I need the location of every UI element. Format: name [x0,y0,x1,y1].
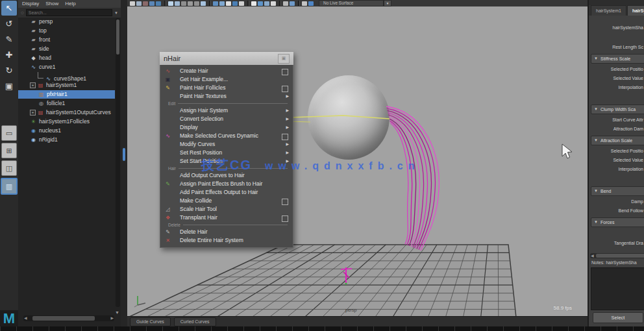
menu-item-paint-hair-follicles[interactable]: ✎Paint Hair Follicles [160,84,293,92]
collapse-triangle-icon[interactable]: ▼ [594,187,598,195]
outliner-vscrollbar[interactable] [116,18,120,307]
tab-curled-curves[interactable]: Curled Curves [174,317,216,326]
video-timeline-strip[interactable] [0,326,644,331]
head-sphere-object[interactable] [308,75,390,160]
two-pane-layout[interactable]: ◫ [1,160,17,176]
snap-to-curves-icon[interactable] [175,1,180,6]
option-box[interactable] [282,199,288,205]
outliner-item-hairSystem1[interactable]: +▤hairSystem1 [18,81,115,90]
option-box[interactable] [282,134,288,140]
scroll-thumb[interactable] [32,316,95,321]
menu-item-add-paint-effects-output-to-hair[interactable]: Add Paint Effects Output to Hair [160,188,293,197]
menu-item-add-output-curves-to-hair[interactable]: Add Output Curves to Hair [160,171,293,180]
outliner-item-persp[interactable]: ▰persp [18,18,115,26]
menu-item-create-hair[interactable]: ∿Create Hair [160,67,293,75]
redo-icon[interactable] [156,1,161,6]
scroll-right-icon[interactable]: ▶ [110,315,114,321]
hypershade-icon[interactable] [258,1,263,6]
notes-textarea[interactable] [591,267,644,310]
filter-icon[interactable]: ◌ [21,10,24,16]
chevron-down-icon[interactable]: ▼ [384,0,391,6]
ae-hscrollbar[interactable]: ◀ [590,253,644,258]
ae-section-stiffness-scale[interactable]: ▼Stiffness Scale [591,54,644,64]
menu-item-modify-curves[interactable]: Modify Curves▶ [160,140,293,149]
outliner-item-curve1[interactable]: ∿curve1 [18,63,115,71]
option-box[interactable] [282,86,288,92]
search-input[interactable] [26,9,112,16]
ae-tab-hairSystemS[interactable]: hairSystemS [627,5,644,16]
outliner-item-side[interactable]: ▰side [18,45,115,53]
four-pane-layout[interactable]: ⊞ [1,143,17,158]
single-pane-layout[interactable]: ▭ [1,125,17,141]
outliner-item-pfxHair1[interactable]: ▥pfxHair1 [18,90,115,99]
paint-effects-icon[interactable] [283,1,288,6]
toggle-icon[interactable] [290,1,295,6]
rotate-tool[interactable]: ↻ [1,63,17,78]
ae-section-attraction-scale[interactable]: ▼Attraction Scale [591,136,644,145]
outliner-item-curveShape1[interactable]: ∿curveShape1 [18,72,115,80]
snap-to-points-icon[interactable] [181,1,186,6]
live-surface-dropdown[interactable]: No Live Surface [319,0,384,6]
scroll-left-icon[interactable]: ◀ [591,253,594,258]
outliner-item-nucleus1[interactable]: ◉nucleus1 [18,127,115,135]
menu-item-set-rest-position[interactable]: Set Rest Position▶ [160,149,293,157]
render-settings-icon[interactable] [251,1,256,6]
new-scene-icon[interactable] [130,1,135,6]
output-connections-icon[interactable] [219,1,225,6]
nhair-menu-titlebar[interactable]: nHair ▣ [160,52,293,65]
menu-item-convert-selection[interactable]: Convert Selection▶ [160,115,293,123]
pane-divider[interactable] [121,0,127,326]
pane-divider-handle[interactable] [123,148,125,161]
menu-item-set-start-position[interactable]: Set Start Position▶ [160,157,293,166]
collapse-triangle-icon[interactable]: ▼ [594,218,598,227]
paint-select-tool[interactable]: ✎ [1,32,17,47]
snap-to-planes-icon[interactable] [188,1,193,6]
undo-icon[interactable] [149,1,155,6]
scroll-thumb[interactable] [116,19,119,55]
live-surface-icon[interactable] [308,1,314,6]
scale-tool[interactable]: ▣ [1,79,17,93]
menu-item-get-hair-example-[interactable]: ▣Get Hair Example... [160,75,293,84]
construction-history-icon[interactable] [226,1,231,6]
lasso-select-tool[interactable]: ↺ [1,16,17,31]
close-icon[interactable]: ▣ [278,54,290,64]
outliner-persp-layout[interactable]: ▥ [1,178,18,195]
menu-item-delete-entire-hair-system[interactable]: ✕Delete Entire Hair System [160,236,293,245]
outliner-item-hairSystem1OutputCurves[interactable]: +▤hairSystem1OutputCurves [18,108,115,117]
textured-sphere-icon[interactable] [264,1,269,6]
outliner-item-hairSystem1Follicles[interactable]: ✳hairSystem1Follicles [18,117,115,126]
menu-item-delete-hair[interactable]: ✎Delete Hair [160,228,293,236]
outliner-menu-display[interactable]: Display [22,0,39,8]
outliner-hscrollbar[interactable]: ◀ ▶ [23,315,114,321]
outliner-menu-show[interactable]: Show [45,0,58,8]
tab-guide-curves[interactable]: Guide Curves [130,317,171,326]
ae-tab-hairSystem1[interactable]: hairSystem1 [591,5,626,16]
outliner-collapse-icon[interactable]: ▼ [115,310,119,315]
menu-item-display[interactable]: Display▶ [160,123,293,132]
outliner-item-top[interactable]: ▰top [18,27,115,35]
ae-section-clump-width-sca[interactable]: ▼Clump Width Sca [591,104,644,114]
collapse-triangle-icon[interactable]: ▼ [594,55,598,63]
select-button[interactable]: Select [593,312,643,323]
select-tool[interactable]: ↖ [1,1,17,16]
diamond-outline-icon[interactable] [271,1,276,6]
scroll-thumb[interactable] [596,254,644,258]
history-icon[interactable] [201,1,206,6]
open-scene-icon[interactable] [136,1,142,6]
outliner-item-front[interactable]: ▰front [18,36,115,44]
ae-section-bend[interactable]: ▼Bend [591,186,644,196]
ae-section-forces[interactable]: ▼Forces [591,217,644,227]
menu-item-assign-paint-effects-brush-to-hair[interactable]: ✎Assign Paint Effects Brush to Hair [160,180,293,188]
make-live-icon[interactable] [194,1,199,6]
outliner-item-head[interactable]: ◆head [18,54,115,62]
menu-item-scale-hair-tool[interactable]: ◿Scale Hair Tool [160,205,293,214]
expand-toggle-icon[interactable]: + [30,82,36,88]
menu-item-assign-hair-system[interactable]: Assign Hair System▶ [160,106,293,115]
menu-item-make-collide[interactable]: Make Collide [160,197,293,205]
input-connections-icon[interactable] [213,1,218,6]
menu-item-paint-hair-textures[interactable]: Paint Hair Textures▶ [160,92,293,101]
collapse-triangle-icon[interactable]: ▼ [594,136,598,145]
snap-to-grids-icon[interactable] [168,1,173,6]
move-tool[interactable]: ✚ [1,47,17,62]
chevron-down-icon[interactable]: ▼ [114,11,118,15]
